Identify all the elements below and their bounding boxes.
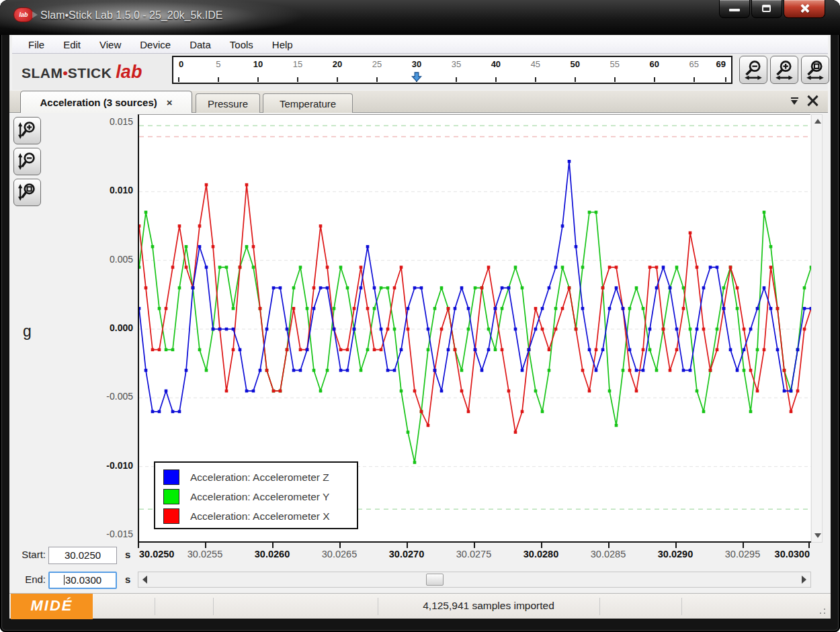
tab-close-x-icon[interactable]: × xyxy=(167,97,173,108)
scroll-left-arrow-icon[interactable] xyxy=(140,574,150,585)
ruler-number: 20 xyxy=(333,59,342,69)
x-axis-tick xyxy=(675,543,677,548)
status-bar: MIDÉ 4,125,941 samples imported xyxy=(9,593,831,619)
menu-file[interactable]: File xyxy=(19,37,54,52)
close-button[interactable] xyxy=(784,0,825,18)
x-axis-tick xyxy=(138,543,139,548)
legend-item-y: Acceleration: Accelerometer Y xyxy=(163,487,357,506)
y-axis-label: 0.005 xyxy=(110,254,133,265)
legend-swatch-blue xyxy=(163,469,179,485)
zoom-out-vertical-icon xyxy=(17,151,38,172)
status-message: 4,125,941 samples imported xyxy=(378,600,599,612)
vertical-scrollbar[interactable] xyxy=(811,114,823,543)
x-axis-label: 30.0295 xyxy=(725,549,760,559)
tab-bar-close-icon[interactable] xyxy=(806,94,818,106)
zoom-in-y-button[interactable] xyxy=(13,117,41,144)
legend-item-x: Acceleration: Accelerometer X xyxy=(163,506,357,526)
zoom-out-y-button[interactable] xyxy=(13,148,41,175)
x-axis-label: 30.0270 xyxy=(389,549,424,559)
scroll-down-arrow-icon[interactable] xyxy=(812,531,821,541)
end-input[interactable]: 30.0300 xyxy=(48,572,117,589)
timeline-position-marker[interactable] xyxy=(411,72,422,85)
horizontal-scrollbar[interactable] xyxy=(138,572,811,588)
legend-swatch-red xyxy=(163,508,179,524)
ruler-tick xyxy=(614,77,616,82)
ruler-tick xyxy=(495,77,497,82)
legend-label-z: Acceleration: Accelerometer Z xyxy=(190,471,329,484)
resize-grip[interactable] xyxy=(817,606,827,615)
menu-tools[interactable]: Tools xyxy=(220,37,263,52)
x-axis-tick xyxy=(339,543,341,548)
chart-legend: Acceleration: Accelerometer Z Accelerati… xyxy=(154,461,358,529)
ruler-number: 50 xyxy=(571,59,580,69)
start-unit-label: s xyxy=(125,549,130,560)
end-value: 30.0300 xyxy=(65,574,101,586)
menu-help[interactable]: Help xyxy=(263,37,302,52)
zoom-fit-y-button[interactable] xyxy=(13,179,41,206)
title-bar[interactable]: lab Slam•Stick Lab 1.5.0 - 25_20k_5k.IDE xyxy=(0,0,840,35)
menu-data[interactable]: Data xyxy=(180,37,220,52)
ruler-tick xyxy=(376,77,378,82)
maximize-icon xyxy=(762,5,771,12)
zoom-out-horizontal-icon xyxy=(743,59,764,81)
x-axis-tick xyxy=(608,543,610,548)
app-window: lab Slam•Stick Lab 1.5.0 - 25_20k_5k.IDE… xyxy=(0,0,840,632)
zoom-fit-x-button[interactable] xyxy=(801,56,829,84)
ruler-number: 40 xyxy=(491,59,501,69)
timeline-ruler[interactable]: 0510152025303540455055606569 xyxy=(172,56,732,84)
tab-acceleration[interactable]: Acceleration (3 sources) × xyxy=(20,91,192,113)
x-axis-label: 30.0265 xyxy=(322,549,357,559)
ruler-tick xyxy=(218,77,219,82)
y-axis-label: -0.005 xyxy=(106,391,133,402)
menu-view[interactable]: View xyxy=(90,37,130,52)
ruler-tick xyxy=(575,77,576,82)
close-icon xyxy=(799,3,810,13)
menu-device[interactable]: Device xyxy=(130,37,180,52)
ruler-tick xyxy=(297,77,298,82)
scroll-right-arrow-icon[interactable] xyxy=(799,574,808,585)
menu-edit[interactable]: Edit xyxy=(54,37,90,52)
ruler-number: 55 xyxy=(610,59,620,69)
toolbar: SLAM•STICKlab 05101520253035404550556065… xyxy=(12,54,828,90)
tab-bar: Acceleration (3 sources) × Pressure Temp… xyxy=(9,91,828,113)
menu-bar: File Edit View Device Data Tools Help xyxy=(12,36,828,54)
window-content: File Edit View Device Data Tools Help SL… xyxy=(9,35,831,619)
tab-pressure[interactable]: Pressure xyxy=(196,93,260,113)
y-axis-unit-label: g xyxy=(23,322,32,341)
scroll-up-arrow-icon[interactable] xyxy=(812,116,821,126)
x-axis-label: 30.0280 xyxy=(523,549,558,559)
x-axis-tick xyxy=(808,543,810,548)
x-axis: 30.025030.025530.026030.026530.027030.02… xyxy=(138,541,811,568)
ruler-tick xyxy=(257,77,259,82)
zoom-in-x-button[interactable] xyxy=(770,56,798,84)
start-input[interactable]: 30.0250 xyxy=(48,547,117,564)
x-axis-label: 30.0275 xyxy=(456,549,491,559)
horizontal-scrollbar-thumb[interactable] xyxy=(426,574,444,586)
y-axis-label: 0.000 xyxy=(110,322,133,333)
logo-lab: lab xyxy=(116,62,142,82)
maximize-button[interactable] xyxy=(751,0,782,18)
minimize-button[interactable] xyxy=(719,0,750,18)
start-value: 30.0250 xyxy=(65,549,101,561)
plot-area[interactable]: Acceleration: Accelerometer Z Accelerati… xyxy=(138,114,810,543)
tab-acceleration-label: Acceleration (3 sources) xyxy=(40,97,157,108)
x-axis-tick xyxy=(541,543,542,548)
app-logo: SLAM•STICKlab xyxy=(22,62,142,83)
ruler-number: 30 xyxy=(412,59,421,69)
x-axis-tick xyxy=(205,543,206,548)
tab-list-dropdown-icon[interactable] xyxy=(791,97,798,105)
x-axis-tick xyxy=(407,543,408,548)
zoom-in-vertical-icon xyxy=(17,120,38,141)
ruler-number: 60 xyxy=(650,59,659,69)
zoom-fit-horizontal-icon xyxy=(804,59,826,81)
ruler-number: 5 xyxy=(216,59,220,69)
x-axis-label: 30.0285 xyxy=(591,549,626,559)
tab-temperature[interactable]: Temperature xyxy=(263,93,353,113)
start-label: Start: xyxy=(11,549,46,560)
zoom-out-x-button[interactable] xyxy=(739,56,767,84)
zoom-fit-vertical-icon xyxy=(17,182,38,203)
status-divider xyxy=(681,598,682,615)
ruler-tick xyxy=(535,77,536,82)
x-axis-label: 30.0250 xyxy=(139,549,174,559)
legend-swatch-green xyxy=(163,489,179,504)
